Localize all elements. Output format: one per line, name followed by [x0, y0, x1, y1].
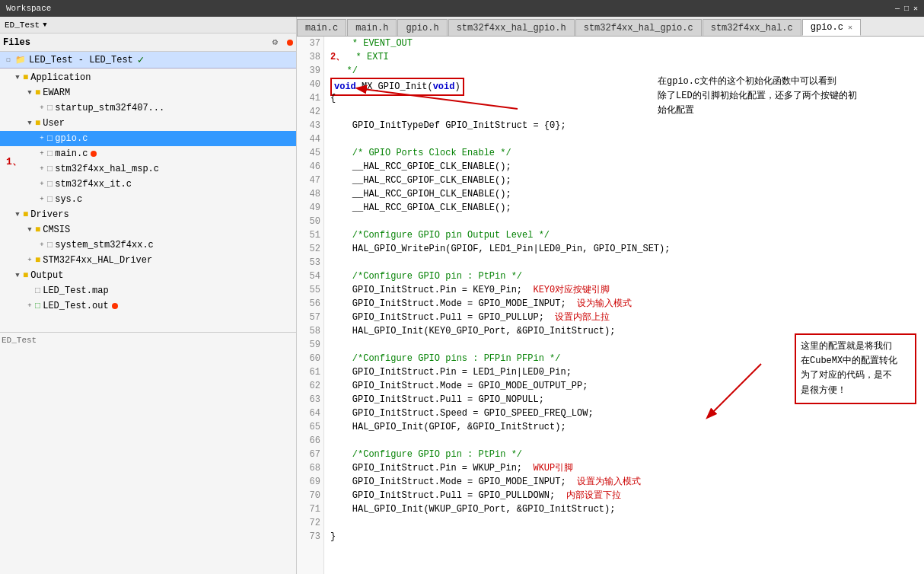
- project-dropdown[interactable]: ED_Test ▼: [0, 17, 296, 33]
- project-name: ED_Test: [5, 21, 40, 30]
- tree-item-main-c[interactable]: + □ main.c: [0, 146, 296, 161]
- expand-icon: ▼: [24, 89, 35, 97]
- line-num-53: 53: [297, 256, 320, 269]
- code-line-68: GPIO_InitStruct.Pin = WKUP_Pin; WKUP引脚: [330, 461, 924, 475]
- line-num-72: 72: [297, 516, 320, 530]
- files-toolbar: Files ⚙: [0, 33, 296, 52]
- tree-label: Output: [30, 270, 63, 281]
- annotation-2: 这里的配置就是将我们在CubeMX中的配置转化为了对应的代码，是不是很方便！: [795, 333, 916, 404]
- tree-item-application[interactable]: ▼ ■ Application: [0, 70, 296, 85]
- line-num-54: 54: [297, 269, 320, 283]
- line-num-43: 43: [297, 119, 320, 132]
- line-num-62: 62: [297, 379, 320, 393]
- expand-icon: +: [37, 196, 47, 203]
- title-bar: Workspace — □ ✕: [0, 0, 924, 17]
- code-line-65: HAL_GPIO_Init(GPIOF, &GPIO_InitStruct);: [330, 420, 924, 434]
- tree-item-ewarm[interactable]: ▼ ■ EWARM: [0, 85, 296, 100]
- dropdown-arrow: ▼: [43, 21, 46, 29]
- file-icon: □: [47, 133, 53, 144]
- file-icon: □: [47, 240, 53, 250]
- line-num-42: 42: [297, 105, 320, 119]
- expand-icon: +: [37, 180, 47, 188]
- tab-label: gpio.h: [406, 23, 438, 33]
- folder-icon: ■: [35, 255, 40, 266]
- expand-icon: +: [37, 165, 47, 173]
- checkmark-icon: ✓: [138, 53, 144, 66]
- line-num-56: 56: [297, 297, 320, 311]
- code-line-54: /*Configure GPIO pin : PtPin */: [330, 269, 924, 283]
- line-num-39: 39: [297, 64, 320, 78]
- code-line-64: GPIO_InitStruct.Speed = GPIO_SPEED_FREQ_…: [330, 407, 924, 420]
- expand-icon: ▼: [12, 272, 23, 279]
- project-root[interactable]: ☐ 📁 LED_Test - LED_Test ✓: [0, 52, 296, 69]
- tree-item-ed-test[interactable]: ED_Test: [0, 332, 296, 347]
- line-num-73: 73: [297, 530, 320, 544]
- code-content: 37 38 39 40 41 42 43 44 45 46 47 48 49 5…: [297, 37, 924, 574]
- tree-label: STM32F4xx_HAL_Driver: [43, 255, 152, 266]
- tab-main-c[interactable]: main.c: [297, 19, 346, 36]
- folder-icon: ■: [35, 88, 40, 98]
- expand-icon: ▼: [12, 211, 23, 218]
- tab-stm32-hal-gpio-h[interactable]: stm32f4xx_hal_gpio.h: [448, 19, 575, 36]
- file-icon: □: [47, 148, 53, 159]
- modified-dot: [112, 303, 118, 309]
- expand-icon: ▼: [24, 120, 35, 127]
- expand-icon: +: [24, 302, 35, 310]
- modified-dot: [287, 40, 293, 46]
- code-line-47: __HAL_RCC_GPIOF_CLK_ENABLE();: [330, 174, 924, 187]
- code-line-38: 2、 * EXTI: [330, 50, 924, 64]
- tab-gpio-c[interactable]: gpio.c ✕: [802, 19, 861, 36]
- tree-item-system-stm32[interactable]: + □ system_stm32f4xx.c: [0, 238, 296, 253]
- tab-bar: main.c main.h gpio.h stm32f4xx_hal_gpio.…: [297, 17, 924, 37]
- tree-item-sys-c[interactable]: + □ sys.c: [0, 192, 296, 207]
- line-num-40: 40: [297, 78, 320, 91]
- code-line-55: GPIO_InitStruct.Pin = KEY0_Pin; KEY0对应按键…: [330, 283, 924, 297]
- tree-item-led-out[interactable]: + □ LED_Test.out: [0, 298, 296, 314]
- code-line-45: /* GPIO Ports Clock Enable */: [330, 146, 924, 160]
- tab-stm32-hal-gpio-c[interactable]: stm32f4xx_hal_gpio.c: [575, 19, 702, 36]
- line-num-44: 44: [297, 132, 320, 146]
- code-line-46: __HAL_RCC_GPIOE_CLK_ENABLE();: [330, 160, 924, 174]
- tab-gpio-h[interactable]: gpio.h: [397, 19, 447, 36]
- line-num-60: 60: [297, 352, 320, 365]
- code-line-44: [330, 132, 924, 146]
- tree-item-it-c[interactable]: + □ stm32f4xx_it.c: [0, 177, 296, 192]
- tab-label: stm32f4xx_hal_gpio.c: [584, 23, 693, 33]
- modified-dot: [91, 151, 97, 157]
- code-line-52: HAL_GPIO_WritePin(GPIOF, LED1_Pin|LED0_P…: [330, 242, 924, 256]
- tree-label: stm32f4xx_hal_msp.c: [55, 164, 159, 174]
- line-num-52: 52: [297, 242, 320, 256]
- folder-icon: ■: [23, 72, 28, 83]
- tree-label: sys.c: [55, 194, 82, 205]
- expand-icon: +: [37, 150, 47, 158]
- line-num-61: 61: [297, 365, 320, 379]
- tree-item-user[interactable]: ▼ ■ User: [0, 116, 296, 131]
- tree-item-led-map[interactable]: + □ LED_Test.map: [0, 283, 296, 298]
- expand-icon-root: ☐: [3, 56, 14, 64]
- tree-item-hal-driver[interactable]: + ■ STM32F4xx_HAL_Driver: [0, 253, 296, 268]
- line-num-48: 48: [297, 187, 320, 201]
- tree-item-cmsis[interactable]: ▼ ■ CMSIS: [0, 222, 296, 238]
- code-line-73: }: [330, 530, 924, 544]
- tree-item-gpio-c[interactable]: + □ gpio.c: [0, 131, 296, 146]
- expand-icon: +: [37, 135, 47, 142]
- tree-item-drivers[interactable]: ▼ ■ Drivers: [0, 207, 296, 222]
- project-root-label: LED_Test - LED_Test: [29, 55, 133, 65]
- tree-item-startup[interactable]: + □ startup_stm32f407...: [0, 100, 296, 116]
- tree-label: startup_stm32f407...: [55, 103, 164, 113]
- line-num-51: 51: [297, 228, 320, 242]
- line-num-59: 59: [297, 338, 320, 352]
- tab-stm32-hal-c[interactable]: stm32f4xx_hal.c: [703, 19, 801, 36]
- tree-item-output[interactable]: ▼ ■ Output: [0, 268, 296, 283]
- settings-icon[interactable]: ⚙: [272, 37, 278, 48]
- code-line-69: GPIO_InitStruct.Mode = GPIO_MODE_INPUT; …: [330, 475, 924, 489]
- tab-main-h[interactable]: main.h: [347, 19, 397, 36]
- line-num-45: 45: [297, 146, 320, 160]
- close-tab-icon[interactable]: ✕: [848, 23, 852, 32]
- folder-icon: ■: [23, 270, 28, 281]
- line-num-65: 65: [297, 420, 320, 434]
- code-line-48: __HAL_RCC_GPIOH_CLK_ENABLE();: [330, 187, 924, 201]
- tree-item-hal-msp[interactable]: + □ stm32f4xx_hal_msp.c: [0, 161, 296, 177]
- file-icon: □: [47, 194, 53, 205]
- expand-icon: +: [37, 241, 47, 249]
